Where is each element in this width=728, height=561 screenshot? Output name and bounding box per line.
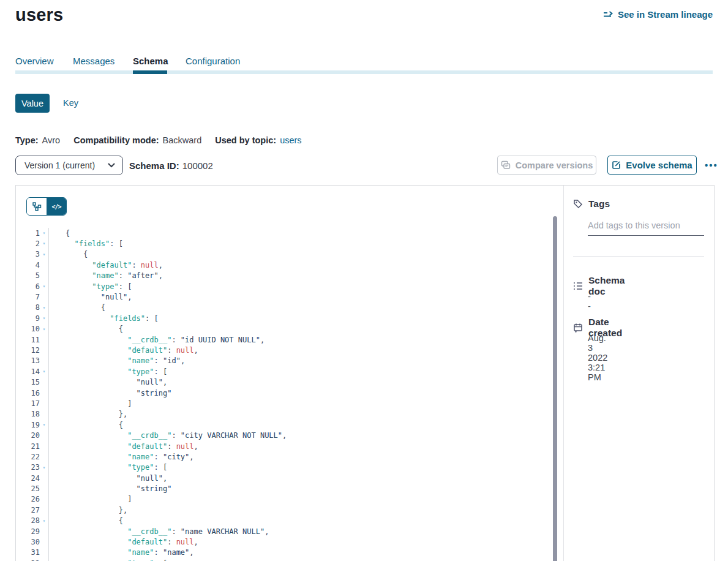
fold-toggle-icon[interactable]: ▾ [40,281,49,292]
evolve-schema-button[interactable]: Evolve schema [607,156,697,175]
code-punct: : [167,538,176,546]
code-punct: , [194,442,198,451]
schema-doc-section-header: Schema doc [573,275,625,297]
code-key: "type" [92,282,118,291]
line-number: 1 [17,229,40,238]
code-null: null [176,346,194,355]
code-text: "fields": [ [49,239,123,248]
line-number: 4 [17,261,40,269]
code-key: "fields" [110,314,145,323]
code-text: { [49,303,105,312]
fold-gutter [40,537,49,547]
meta-label: Type: [15,135,39,145]
code-punct: : [154,453,163,461]
see-in-stream-lineage-link[interactable]: See in Stream lineage [603,9,713,20]
compare-versions-button[interactable]: Compare versions [497,156,596,175]
code-punct: : [119,271,127,280]
code-punct: ] [127,495,132,503]
code-key: "__crdb__" [127,431,171,440]
code-line: 16 "string" [17,388,552,398]
code-line: 13 "name": "id", [17,356,552,366]
line-number: 20 [17,431,40,440]
code-punct: , [260,336,265,344]
fold-gutter [40,409,49,420]
code-line: 23▾ "type": [ [17,462,552,473]
code-view-button[interactable]: </> [47,198,66,215]
code-text: ] [49,399,132,408]
schema-doc-value: -- [588,292,591,311]
editor-scrollbar-thumb[interactable] [553,216,557,561]
code-punct: : [167,442,176,451]
line-number: 28 [17,516,40,525]
code-text: "type": [ [49,463,167,472]
value-toggle-button[interactable]: Value [15,94,50,113]
tab-schema[interactable]: Schema [133,56,168,66]
schema-doc-title: Schema doc [588,275,625,297]
code-text: "null", [49,378,167,386]
fold-toggle-icon[interactable]: ▾ [40,303,49,313]
line-number: 9 [17,314,40,323]
tree-view-button[interactable] [27,198,47,215]
code-punct: , [159,261,163,269]
version-select[interactable]: Version 1 (current) [15,156,123,175]
code-line: 22 "name": "city", [17,451,552,462]
meta-value-link[interactable]: users [280,135,301,145]
fold-toggle-icon[interactable]: ▾ [40,516,49,526]
fold-toggle-icon[interactable]: ▾ [40,366,49,377]
fold-gutter [40,505,49,515]
code-text: { [49,516,123,525]
code-line: 6▾ "type": [ [17,281,552,292]
code-text: { [49,229,70,238]
code-text: "default": null, [49,346,198,355]
code-line: 18 }, [17,409,552,420]
tab-messages[interactable]: Messages [73,56,114,66]
tags-input[interactable] [588,219,704,236]
code-punct: { [119,421,123,429]
fold-toggle-icon[interactable]: ▾ [40,420,49,430]
fold-toggle-icon[interactable]: ▾ [40,228,49,238]
code-null: null [176,442,194,451]
fold-toggle-icon[interactable]: ▾ [40,558,49,561]
meta-label: Used by topic: [215,135,276,145]
meta-item: Used by topic:users [215,135,301,145]
chevron-down-icon [108,163,115,168]
key-toggle-button[interactable]: Key [63,98,78,108]
evolve-schema-label: Evolve schema [626,160,692,170]
tab-active-indicator [133,70,167,74]
line-number: 10 [17,325,40,333]
code-text: "default": null, [49,261,163,269]
code-null: null [176,538,194,546]
code-key: "__crdb__" [127,527,171,536]
fold-gutter [40,271,49,281]
code-text: { [49,325,123,333]
code-line: 19▾ { [17,420,552,430]
code-string: "string" [137,389,172,397]
line-number: 14 [17,367,40,376]
schema-meta-row: Type:AvroCompatibility mode:BackwardUsed… [15,135,302,145]
line-number: 30 [17,538,40,546]
fold-gutter [40,398,49,409]
code-line: 10▾ { [17,324,552,334]
line-number: 7 [17,293,40,301]
tab-configuration[interactable]: Configuration [186,56,240,66]
code-punct: : [ [145,314,159,323]
code-string: "id" [163,356,181,365]
line-number: 21 [17,442,40,451]
code-punct: }, [119,506,127,514]
code-key: "default" [127,346,167,355]
code-key: "name" [92,271,118,280]
line-number: 13 [17,356,40,365]
code-key: "default" [127,538,167,546]
fold-toggle-icon[interactable]: ▾ [40,238,49,249]
tab-overview[interactable]: Overview [15,56,54,66]
fold-toggle-icon[interactable]: ▾ [40,313,49,323]
code-key: "default" [127,442,167,451]
code-punct: , [127,293,132,301]
code-punct: , [282,431,287,440]
fold-toggle-icon[interactable]: ▾ [40,324,49,334]
code-text: "name": "id", [49,356,185,365]
fold-toggle-icon[interactable]: ▾ [40,462,49,473]
code-text: "default": null, [49,442,198,451]
more-actions-button[interactable]: ••• [702,156,721,175]
fold-toggle-icon[interactable]: ▾ [40,249,49,260]
